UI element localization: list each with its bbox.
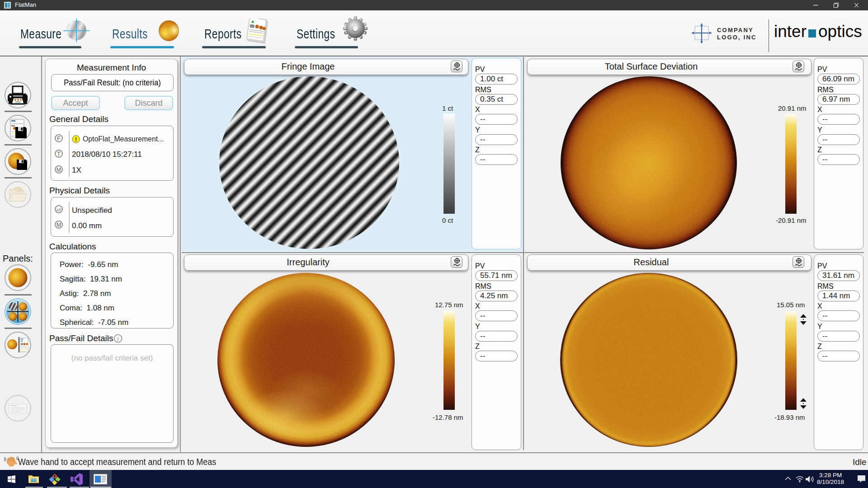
svg-text:i: i: [117, 336, 118, 342]
svg-text:!: !: [75, 136, 77, 143]
